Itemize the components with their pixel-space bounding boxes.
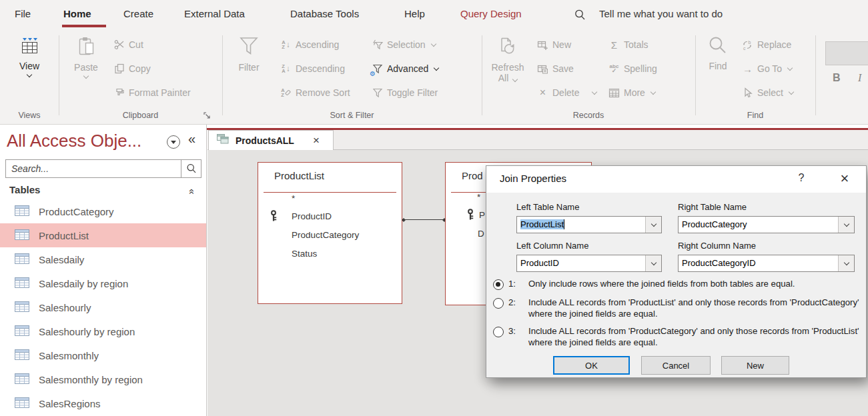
group-divider bbox=[815, 35, 816, 115]
ok-button[interactable]: OK bbox=[553, 356, 630, 375]
radio-button-selected-icon[interactable] bbox=[493, 279, 504, 290]
cut-button[interactable]: Cut bbox=[113, 37, 143, 53]
select-button[interactable]: Select bbox=[742, 85, 793, 101]
section-collapse-icon[interactable]: « bbox=[187, 189, 198, 194]
copy-button[interactable]: Copy bbox=[113, 61, 151, 77]
refresh-all-button[interactable]: Refresh All bbox=[486, 34, 530, 83]
find-button[interactable]: Find bbox=[701, 34, 735, 71]
menu-database-tools[interactable]: Database Tools bbox=[290, 8, 359, 19]
ascending-button[interactable]: AZ ↓ Ascending bbox=[280, 37, 339, 53]
menu-create[interactable]: Create bbox=[123, 8, 153, 19]
radio-button-icon[interactable] bbox=[493, 298, 504, 309]
join-option-3[interactable]: 3: Include ALL records from 'ProductCate… bbox=[493, 326, 862, 348]
menu-query-design[interactable]: Query Design bbox=[460, 8, 522, 19]
field-fragment: P bbox=[479, 210, 485, 220]
new-button[interactable]: New bbox=[721, 356, 789, 375]
dialog-title-bar[interactable]: Join Properties ? × bbox=[486, 166, 866, 193]
remove-sort-label: Remove Sort bbox=[296, 87, 350, 98]
selection-filter-icon bbox=[372, 39, 383, 51]
view-button[interactable]: View bbox=[6, 34, 53, 77]
menu-file[interactable]: File bbox=[15, 8, 31, 19]
sidebar-item-salesmonthly-by-region[interactable]: Salesmonthly by region bbox=[0, 367, 206, 391]
search-input[interactable] bbox=[6, 160, 181, 177]
refresh-label-line2: All bbox=[498, 73, 509, 83]
spelling-label: Spelling bbox=[624, 63, 657, 74]
join-line[interactable] bbox=[403, 219, 445, 220]
access-window: File Home Create External Data Database … bbox=[0, 0, 868, 416]
right-table-combo[interactable]: ProductCategory bbox=[678, 216, 855, 233]
sidebar-item-saleshourly[interactable]: Saleshourly bbox=[0, 295, 206, 319]
sidebar-item-salesdaily-by-region[interactable]: Salesdaily by region bbox=[0, 271, 206, 295]
join-option-1[interactable]: 1: Only include rows where the joined fi… bbox=[493, 279, 862, 290]
dropdown-button[interactable] bbox=[645, 255, 661, 271]
table-label: Salesdaily by region bbox=[39, 278, 128, 289]
help-icon[interactable]: ? bbox=[793, 172, 809, 184]
spelling-button[interactable]: abc✓ Spelling bbox=[608, 61, 657, 77]
cut-label: Cut bbox=[129, 39, 143, 50]
save-record-button[interactable]: Save bbox=[537, 61, 574, 77]
sidebar-item-salesdaily[interactable]: Salesdaily bbox=[0, 247, 206, 271]
query-table-productlist[interactable]: ProductList * ProductID ProductCategory … bbox=[258, 162, 402, 304]
descending-button[interactable]: ZA ↓ Descending bbox=[280, 61, 345, 77]
field-productcategory[interactable]: ProductCategory bbox=[292, 230, 359, 240]
sidebar-item-productlist[interactable]: ProductList bbox=[0, 223, 206, 247]
sidebar-item-productcategory[interactable]: ProductCategory bbox=[0, 199, 206, 223]
field-status[interactable]: Status bbox=[292, 249, 317, 259]
table-label: ProductCategory bbox=[39, 206, 114, 217]
delete-record-button[interactable]: × Delete bbox=[537, 85, 596, 101]
nav-pane-menu-icon[interactable] bbox=[167, 135, 180, 149]
italic-button[interactable]: I bbox=[858, 72, 861, 84]
toggle-filter-funnel-icon bbox=[372, 87, 383, 99]
radio-button-icon[interactable] bbox=[493, 327, 504, 337]
search-magnifier-icon[interactable] bbox=[181, 160, 201, 177]
menu-external-data[interactable]: External Data bbox=[184, 8, 245, 19]
table-title-divider bbox=[264, 192, 396, 193]
selection-button[interactable]: Selection bbox=[372, 37, 436, 53]
format-painter-brush-icon bbox=[113, 87, 125, 99]
totals-button[interactable]: Σ Totals bbox=[608, 37, 648, 53]
remove-sort-button[interactable]: AZ Remove Sort bbox=[280, 85, 350, 101]
font-combo-disabled[interactable] bbox=[825, 41, 868, 65]
option-number: 2: bbox=[508, 297, 526, 307]
group-divider bbox=[695, 35, 696, 115]
table-icon bbox=[15, 325, 29, 338]
menu-help[interactable]: Help bbox=[404, 8, 425, 19]
cancel-button[interactable]: Cancel bbox=[641, 356, 711, 375]
menu-home[interactable]: Home bbox=[63, 8, 91, 19]
tables-section-header[interactable]: Tables bbox=[9, 184, 40, 195]
refresh-label-line1: Refresh bbox=[491, 62, 524, 73]
delete-label: Delete bbox=[552, 87, 579, 98]
new-record-button[interactable]: New bbox=[537, 37, 571, 53]
replace-button[interactable]: bc Replace bbox=[742, 37, 791, 53]
paste-button[interactable]: Paste bbox=[67, 34, 105, 78]
left-table-name-label: Left Table Name bbox=[516, 202, 579, 212]
left-table-combo[interactable]: ProductList bbox=[516, 216, 662, 233]
dropdown-button[interactable] bbox=[838, 255, 854, 271]
sidebar-item-salesregions[interactable]: SalesRegions bbox=[0, 391, 206, 415]
dropdown-button[interactable] bbox=[645, 217, 661, 233]
sidebar-item-saleshourly-by-region[interactable]: Saleshourly by region bbox=[0, 319, 206, 343]
join-option-2[interactable]: 2: Include ALL records from 'ProductList… bbox=[493, 297, 862, 319]
right-column-combo[interactable]: ProductCategoryID bbox=[678, 255, 855, 272]
nav-search-box bbox=[5, 159, 201, 178]
field-star[interactable]: * bbox=[292, 193, 295, 203]
tab-productsall[interactable]: ProductsALL × bbox=[208, 130, 334, 150]
dropdown-button[interactable] bbox=[838, 217, 854, 233]
advanced-button[interactable]: ⚙ Advanced bbox=[372, 61, 438, 77]
paste-clipboard-icon bbox=[67, 35, 105, 60]
left-column-combo[interactable]: ProductID bbox=[516, 255, 662, 272]
more-button[interactable]: More bbox=[608, 85, 655, 101]
tell-me-box[interactable]: Tell me what you want to do bbox=[599, 8, 723, 19]
filter-button[interactable]: Filter bbox=[228, 34, 270, 73]
toggle-filter-button[interactable]: Toggle Filter bbox=[372, 85, 438, 101]
tab-close-icon[interactable]: × bbox=[313, 135, 320, 146]
field-star-partial: * bbox=[477, 192, 480, 202]
field-productid[interactable]: ProductID bbox=[292, 211, 332, 221]
close-icon[interactable]: × bbox=[835, 169, 855, 188]
sidebar-item-salesmonthly[interactable]: Salesmonthly bbox=[0, 343, 206, 367]
format-painter-button[interactable]: Format Painter bbox=[113, 85, 191, 101]
bold-button[interactable]: B bbox=[833, 72, 841, 84]
go-to-button[interactable]: → Go To bbox=[742, 61, 792, 77]
shutter-bar-collapse-icon[interactable]: « bbox=[188, 131, 195, 147]
sort-ascending-icon: AZ ↓ bbox=[280, 39, 292, 51]
